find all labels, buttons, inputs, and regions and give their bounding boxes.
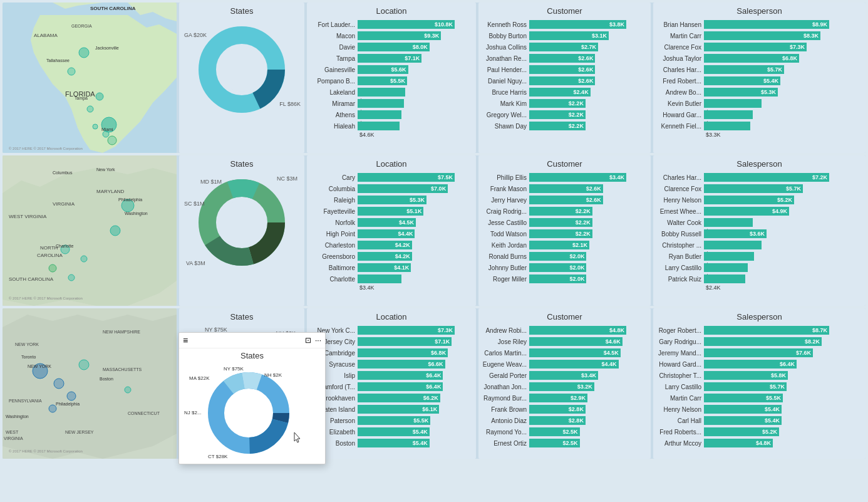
bar-row-1: Gary Rodrigu...$8.2K bbox=[657, 337, 862, 347]
bar-9: $5.2K bbox=[704, 427, 779, 436]
bar-container-8: $2.8K bbox=[529, 416, 647, 425]
bar-label-2: Jeremy Mand... bbox=[657, 350, 704, 357]
bar-row-8: Johnny Butler$2.0K bbox=[482, 263, 647, 273]
popup-menu-icon[interactable]: ≡ bbox=[183, 335, 188, 345]
bar-container-3: $4.4K bbox=[529, 360, 647, 369]
states-title-2: States bbox=[183, 159, 301, 169]
customer-bars-3: Andrew Robi...$4.8KJose Riley$4.6KCarlos… bbox=[482, 325, 647, 448]
bar-row-8: Larry Castillo$2.5K bbox=[657, 263, 862, 273]
bar-label-6: Keith Jordan bbox=[482, 242, 529, 249]
bar-row-0: Cary$7.5K bbox=[311, 172, 472, 182]
bar-0: $8.9K bbox=[704, 20, 829, 29]
states-panel-2: States MD $1M SC $1M NC $3M VA $3M bbox=[179, 155, 304, 306]
bar-10: $2.5K bbox=[529, 439, 580, 447]
bar-label-0: Kenneth Ross bbox=[482, 21, 529, 28]
bar-value-0: $3.8K bbox=[609, 21, 624, 28]
bar-label-4: Gerald Porter bbox=[482, 372, 529, 379]
bar-label-3: Howard Gard... bbox=[657, 361, 704, 368]
bar-value-1: $3.1K bbox=[592, 33, 607, 39]
bar-row-3: Craig Rodrig...$2.2K bbox=[482, 206, 647, 216]
svg-text:Washington: Washington bbox=[125, 211, 148, 216]
states-title-3: States bbox=[183, 312, 301, 322]
bar-row-1: Jersey City$7.1K bbox=[311, 337, 472, 347]
bar-container-3: $2.2K bbox=[529, 207, 647, 216]
bar-container-2: $2.7K bbox=[529, 43, 647, 51]
bar-container-7: $2.9K bbox=[704, 252, 862, 261]
bar-container-2: $4.5K bbox=[529, 348, 647, 357]
bar-container-1: $2.6K bbox=[529, 184, 647, 193]
popup-more-icon[interactable]: ··· bbox=[315, 336, 321, 345]
bar-label-9: Fred Roberts... bbox=[657, 429, 704, 436]
bar-0: $7.5K bbox=[358, 173, 455, 182]
bar-row-2: Joshua Collins$2.7K bbox=[482, 42, 647, 52]
salesperson-title-2: Salesperson bbox=[657, 159, 862, 169]
bar-container-3: $6.8K bbox=[704, 54, 862, 63]
bar-label-4: Norfolk bbox=[311, 219, 358, 226]
bar-row-10: Arthur Mccoy$4.8K bbox=[657, 438, 862, 448]
bar-value-1: $2.6K bbox=[586, 186, 601, 192]
bar-container-7: $2.2K bbox=[529, 99, 647, 108]
bar-row-4: Gainesville$5.6K bbox=[311, 65, 472, 75]
bar-container-9: $3.3K bbox=[704, 122, 862, 130]
bar-value-5: $3.6K bbox=[750, 231, 765, 237]
svg-point-5 bbox=[79, 48, 89, 58]
bar-9 bbox=[704, 122, 750, 130]
bar-value-9: $2.4K bbox=[706, 285, 721, 291]
bar-label-2: Clarence Fox bbox=[657, 44, 704, 51]
bar-label-7: Ronald Burns bbox=[482, 253, 529, 260]
bar-row-7: Ronald Burns$2.0K bbox=[482, 251, 647, 261]
bar-value-5: $6.4K bbox=[426, 384, 441, 390]
popup-states-title: States bbox=[183, 351, 321, 360]
bar-container-0: $3.4K bbox=[529, 173, 647, 182]
bar-6 bbox=[358, 88, 405, 97]
bar-label-6: Christopher ... bbox=[657, 242, 704, 249]
bar-value-3: $4.4K bbox=[602, 361, 617, 367]
bar-value-5: $4.4K bbox=[398, 231, 413, 237]
bar-container-7: $5.2K bbox=[358, 99, 472, 108]
bar-8: $5.5K bbox=[358, 416, 430, 425]
bar-container-0: $8.9K bbox=[704, 20, 862, 29]
bar-container-1: $8.3K bbox=[704, 31, 862, 40]
svg-text:WEST VIRGINIA: WEST VIRGINIA bbox=[9, 214, 47, 219]
bar-label-3: Jonathan Re... bbox=[482, 55, 529, 62]
svg-text:NEW YORK: NEW YORK bbox=[15, 342, 39, 347]
bar-row-6: Andrew Bo...$5.3K bbox=[657, 87, 862, 97]
bar-container-2: $5.3K bbox=[358, 196, 472, 204]
bar-label-2: Davie bbox=[311, 44, 358, 51]
bar-value-7: $5.4K bbox=[765, 406, 780, 412]
bar-container-7: $2.8K bbox=[529, 405, 647, 414]
bar-row-9: Charlotte$3.4K bbox=[311, 274, 472, 284]
bar-label-0: Cary bbox=[311, 174, 358, 181]
bar-label-1: Bobby Burton bbox=[482, 33, 529, 39]
bar-label-8: Carl Hall bbox=[657, 417, 704, 424]
bar-label-3: Ernest Whee... bbox=[657, 208, 704, 215]
popup-expand-icon[interactable]: ⊡ bbox=[305, 336, 311, 345]
bar-6 bbox=[704, 241, 762, 249]
bar-value-9: $2.2K bbox=[569, 123, 584, 129]
bar-container-8: $2.2K bbox=[529, 110, 647, 119]
bar-container-8: $4.1K bbox=[358, 263, 472, 272]
bar-value-1: $9.3K bbox=[424, 33, 439, 39]
bar-container-9: $5.4K bbox=[358, 427, 472, 436]
bar-value-8: $5.4K bbox=[765, 417, 780, 424]
bar-container-4: $4.5K bbox=[358, 218, 472, 227]
bar-value-9: $3.4K bbox=[359, 285, 375, 291]
bar-value-6: $2.9K bbox=[571, 395, 586, 401]
bar-label-4: Gainesville bbox=[311, 66, 358, 73]
donut-label-sc: SC $1M bbox=[184, 201, 205, 207]
svg-text:MASSACHUSETTS: MASSACHUSETTS bbox=[103, 367, 142, 372]
bar-container-9: $2.5K bbox=[529, 427, 647, 436]
bar-label-0: Andrew Robi... bbox=[482, 327, 529, 334]
bar-container-2: $8.0K bbox=[358, 43, 472, 51]
svg-text:GEORGIA: GEORGIA bbox=[71, 24, 92, 28]
bar-value-1: $7.0K bbox=[431, 186, 446, 192]
bar-row-9: Raymond Yo...$2.5K bbox=[482, 427, 647, 437]
bar-value-5: $3.2K bbox=[577, 384, 592, 390]
bar-2: $6.8K bbox=[358, 348, 448, 357]
svg-point-20 bbox=[220, 48, 264, 92]
salesperson-title-3: Salesperson bbox=[657, 312, 862, 322]
bar-container-3: $6.4K bbox=[704, 360, 862, 369]
bar-value-9: $5.4K bbox=[413, 429, 428, 435]
bar-8 bbox=[704, 110, 753, 119]
bar-1: $8.3K bbox=[704, 31, 820, 40]
